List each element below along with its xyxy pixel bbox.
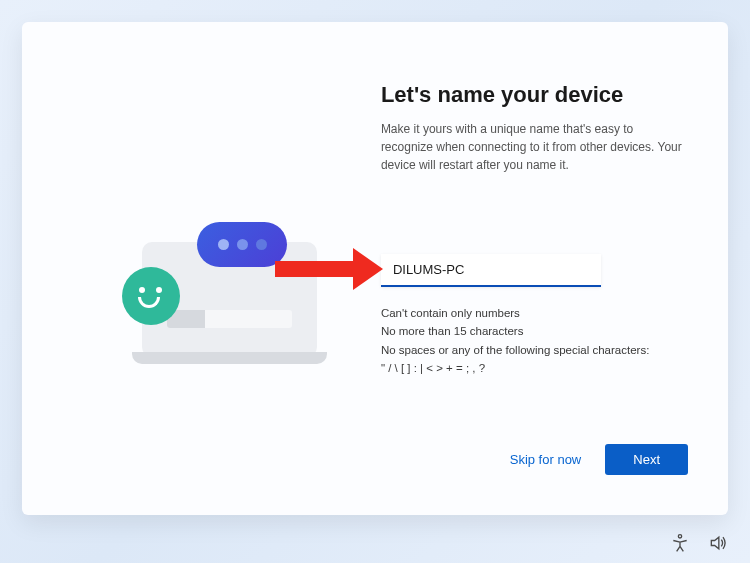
naming-rules: Can't contain only numbers No more than … (381, 305, 688, 378)
page-subtitle: Make it yours with a unique name that's … (381, 120, 688, 174)
accessibility-icon[interactable] (670, 533, 690, 553)
rule-line: Can't contain only numbers (381, 305, 688, 322)
annotation-arrow-icon (275, 248, 390, 288)
page-title: Let's name your device (381, 82, 688, 108)
system-tray (670, 533, 728, 553)
content-pane: Let's name your device Make it yours wit… (361, 22, 728, 515)
device-illustration (122, 222, 322, 382)
rule-line: " / \ [ ] : | < > + = ; , ? (381, 360, 688, 377)
device-name-input[interactable] (381, 254, 601, 287)
rule-line: No more than 15 characters (381, 323, 688, 340)
footer-actions: Skip for now Next (381, 444, 688, 495)
svg-point-0 (678, 535, 681, 538)
skip-for-now-link[interactable]: Skip for now (510, 452, 582, 467)
smiley-face-icon (122, 267, 180, 325)
laptop-base (132, 352, 327, 364)
volume-icon[interactable] (708, 533, 728, 553)
rule-line: No spaces or any of the following specia… (381, 342, 688, 359)
next-button[interactable]: Next (605, 444, 688, 475)
password-bubble-icon (197, 222, 287, 267)
